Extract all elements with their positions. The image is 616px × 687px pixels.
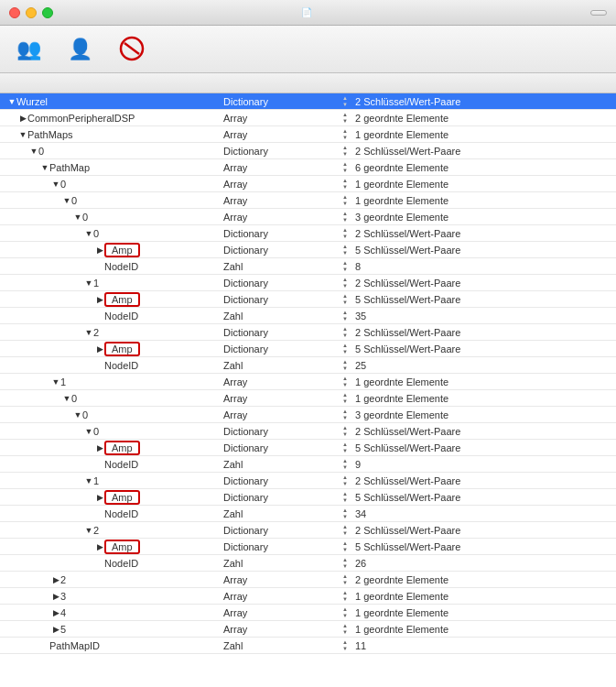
table-row[interactable]: ▶3Array▲▼1 geordnte Elemente bbox=[0, 588, 616, 605]
expand-triangle[interactable]: ▼ bbox=[84, 328, 93, 337]
buy-button[interactable] bbox=[590, 10, 607, 16]
new-sibling-button[interactable]: 👤 bbox=[66, 36, 95, 63]
amp-key[interactable]: Amp bbox=[104, 243, 140, 257]
stepper-control[interactable]: ▲▼ bbox=[342, 95, 351, 108]
stepper-down[interactable]: ▼ bbox=[342, 283, 351, 289]
expand-triangle[interactable]: ▶ bbox=[95, 344, 104, 354]
table-row[interactable]: ▶2Array▲▼2 geordnte Elemente bbox=[0, 572, 616, 588]
table-row[interactable]: PathMapIDZahl▲▼11 bbox=[0, 638, 616, 654]
table-row[interactable]: ▼2Dictionary▲▼2 Schlüssel/Wert-Paare bbox=[0, 522, 616, 539]
expand-triangle[interactable]: ▼ bbox=[40, 163, 49, 172]
stepper-down[interactable]: ▼ bbox=[342, 365, 351, 372]
stepper-up[interactable]: ▲ bbox=[342, 639, 351, 646]
stepper-up[interactable]: ▲ bbox=[342, 128, 351, 135]
table-row[interactable]: ▼1Dictionary▲▼2 Schlüssel/Wert-Paare bbox=[0, 275, 616, 291]
stepper-down[interactable]: ▼ bbox=[342, 629, 351, 636]
expand-triangle[interactable]: ▶ bbox=[95, 443, 104, 453]
stepper-down[interactable]: ▼ bbox=[342, 184, 351, 191]
table-row[interactable]: ▶AmpDictionary▲▼5 Schlüssel/Wert-Paare bbox=[0, 242, 616, 258]
stepper-up[interactable]: ▲ bbox=[342, 409, 351, 415]
stepper-up[interactable]: ▲ bbox=[342, 458, 351, 464]
table-row[interactable]: ▼1Dictionary▲▼2 Schlüssel/Wert-Paare bbox=[0, 473, 616, 489]
table-row[interactable]: ▼0Array▲▼3 geordnte Elemente bbox=[0, 209, 616, 225]
expand-triangle[interactable]: ▶ bbox=[95, 542, 104, 551]
stepper-up[interactable]: ▲ bbox=[342, 310, 351, 316]
stepper-down[interactable]: ▼ bbox=[342, 333, 351, 339]
stepper-control[interactable]: ▲▼ bbox=[342, 425, 351, 438]
stepper-down[interactable]: ▼ bbox=[342, 514, 351, 520]
table-row[interactable]: ▼0Array▲▼3 geordnte Elemente bbox=[0, 407, 616, 423]
expand-triangle[interactable]: ▶ bbox=[18, 114, 27, 123]
expand-triangle[interactable]: ▼ bbox=[7, 97, 16, 106]
stepper-down[interactable]: ▼ bbox=[342, 151, 351, 158]
stepper-down[interactable]: ▼ bbox=[342, 415, 351, 421]
stepper-up[interactable]: ▲ bbox=[342, 590, 351, 596]
stepper-down[interactable]: ▼ bbox=[342, 497, 351, 504]
stepper-up[interactable]: ▲ bbox=[342, 623, 351, 629]
stepper-up[interactable]: ▲ bbox=[342, 540, 351, 547]
maximize-button[interactable] bbox=[42, 7, 53, 18]
stepper-down[interactable]: ▼ bbox=[342, 135, 351, 141]
stepper-up[interactable]: ▲ bbox=[342, 442, 351, 448]
stepper-control[interactable]: ▲▼ bbox=[342, 359, 351, 372]
expand-triangle[interactable]: ▼ bbox=[84, 229, 93, 238]
stepper-control[interactable]: ▲▼ bbox=[342, 442, 351, 454]
stepper-down[interactable]: ▼ bbox=[342, 118, 351, 125]
stepper-control[interactable]: ▲▼ bbox=[342, 227, 351, 240]
stepper-up[interactable]: ▲ bbox=[342, 260, 351, 267]
stepper-up[interactable]: ▲ bbox=[342, 293, 351, 300]
expand-triangle[interactable]: ▼ bbox=[51, 180, 60, 189]
stepper-down[interactable]: ▼ bbox=[342, 201, 351, 207]
table-row[interactable]: NodeIDZahl▲▼34 bbox=[0, 506, 616, 522]
expand-triangle[interactable]: ▼ bbox=[84, 427, 93, 436]
stepper-control[interactable]: ▲▼ bbox=[342, 145, 351, 158]
stepper-down[interactable]: ▼ bbox=[342, 349, 351, 355]
table-row[interactable]: ▼PathMapArray▲▼6 geordnte Elemente bbox=[0, 159, 616, 176]
table-row[interactable]: ▼WurzelDictionary▲▼2 Schlüssel/Wert-Paar… bbox=[0, 93, 616, 110]
stepper-down[interactable]: ▼ bbox=[342, 382, 351, 388]
table-row[interactable]: ▼0Array▲▼1 geordnte Elemente bbox=[0, 176, 616, 192]
stepper-up[interactable]: ▲ bbox=[342, 557, 351, 563]
table-row[interactable]: NodeIDZahl▲▼35 bbox=[0, 308, 616, 324]
expand-triangle[interactable]: ▼ bbox=[29, 147, 38, 156]
stepper-control[interactable]: ▲▼ bbox=[342, 310, 351, 322]
stepper-control[interactable]: ▲▼ bbox=[342, 606, 351, 619]
stepper-control[interactable]: ▲▼ bbox=[342, 376, 351, 388]
table-row[interactable]: NodeIDZahl▲▼26 bbox=[0, 555, 616, 572]
stepper-up[interactable]: ▲ bbox=[342, 112, 351, 118]
stepper-down[interactable]: ▼ bbox=[342, 563, 351, 570]
stepper-control[interactable]: ▲▼ bbox=[342, 639, 351, 652]
expand-triangle[interactable]: ▶ bbox=[51, 608, 60, 617]
stepper-control[interactable]: ▲▼ bbox=[342, 524, 351, 537]
table-row[interactable]: ▶4Array▲▼1 geordnte Elemente bbox=[0, 605, 616, 621]
table-row[interactable]: NodeIDZahl▲▼8 bbox=[0, 258, 616, 275]
table-row[interactable]: ▶CommonPeripheralDSPArray▲▼2 geordnte El… bbox=[0, 110, 616, 126]
minimize-button[interactable] bbox=[26, 7, 37, 18]
stepper-down[interactable]: ▼ bbox=[342, 234, 351, 240]
stepper-down[interactable]: ▼ bbox=[342, 580, 351, 586]
stepper-control[interactable]: ▲▼ bbox=[342, 293, 351, 306]
table-row[interactable]: ▶AmpDictionary▲▼5 Schlüssel/Wert-Paare bbox=[0, 489, 616, 506]
stepper-down[interactable]: ▼ bbox=[342, 267, 351, 273]
stepper-down[interactable]: ▼ bbox=[342, 300, 351, 306]
expand-triangle[interactable]: ▼ bbox=[51, 377, 60, 387]
amp-key[interactable]: Amp bbox=[104, 490, 140, 505]
table-row[interactable]: ▼2Dictionary▲▼2 Schlüssel/Wert-Paare bbox=[0, 324, 616, 341]
stepper-control[interactable]: ▲▼ bbox=[342, 161, 351, 174]
table-row[interactable]: ▼0Dictionary▲▼2 Schlüssel/Wert-Paare bbox=[0, 225, 616, 242]
table-row[interactable]: ▶AmpDictionary▲▼5 Schlüssel/Wert-Paare bbox=[0, 539, 616, 555]
stepper-up[interactable]: ▲ bbox=[342, 194, 351, 201]
expand-triangle[interactable]: ▶ bbox=[51, 592, 60, 601]
table-row[interactable]: ▼0Array▲▼1 geordnte Elemente bbox=[0, 390, 616, 407]
table-row[interactable]: ▼0Dictionary▲▼2 Schlüssel/Wert-Paare bbox=[0, 143, 616, 159]
stepper-control[interactable]: ▲▼ bbox=[342, 343, 351, 355]
stepper-up[interactable]: ▲ bbox=[342, 573, 351, 580]
table-row[interactable]: ▼PathMapsArray▲▼1 geordnte Elemente bbox=[0, 126, 616, 143]
stepper-up[interactable]: ▲ bbox=[342, 392, 351, 398]
stepper-control[interactable]: ▲▼ bbox=[342, 244, 351, 256]
stepper-control[interactable]: ▲▼ bbox=[342, 260, 351, 273]
close-button[interactable] bbox=[9, 7, 20, 18]
stepper-control[interactable]: ▲▼ bbox=[342, 458, 351, 471]
stepper-control[interactable]: ▲▼ bbox=[342, 392, 351, 405]
stepper-down[interactable]: ▼ bbox=[342, 168, 351, 174]
